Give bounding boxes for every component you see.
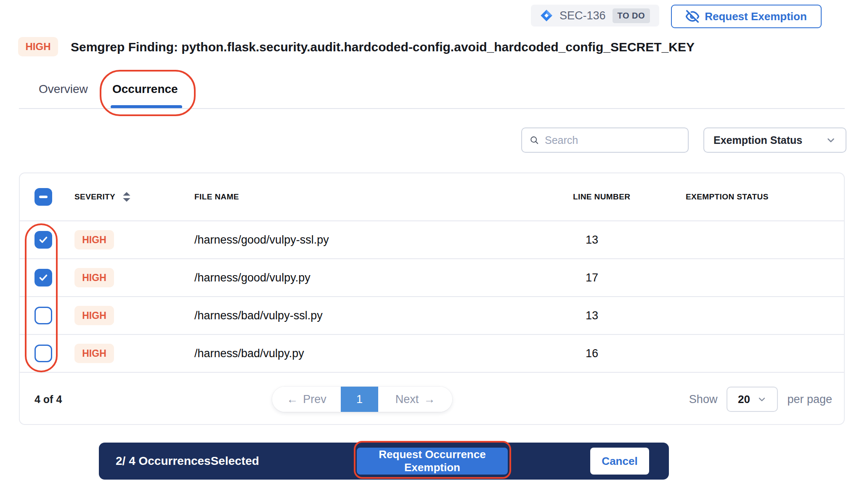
eye-off-icon [686, 10, 699, 23]
request-exemption-label: Request Exemption [705, 10, 807, 23]
row-checkbox[interactable] [34, 307, 52, 324]
jira-status-badge: TO DO [613, 8, 650, 23]
selection-action-bar: 2/ 4 OccurrencesSelected Request Occurre… [99, 443, 669, 480]
column-header-line-number: LINE NUMBER [573, 192, 630, 201]
prev-label: Prev [303, 393, 326, 406]
table-row: HIGH /harness/bad/vulpy.py 16 [20, 334, 844, 372]
row-count-label: 4 of 4 [34, 373, 62, 426]
line-number-cell: 16 [586, 347, 598, 360]
column-header-severity[interactable]: SEVERITY [74, 192, 115, 202]
jira-icon [540, 9, 553, 22]
tab-overview[interactable]: Overview [39, 82, 88, 96]
file-name-cell: /harness/good/vulpy.py [194, 271, 310, 284]
search-input-container[interactable] [521, 127, 689, 153]
severity-badge: HIGH [74, 230, 114, 249]
check-icon [38, 235, 48, 245]
page-size-control: Show 20 per page [689, 387, 832, 412]
row-checkbox[interactable] [34, 345, 52, 362]
jira-ticket-key: SEC-136 [560, 9, 606, 22]
table-row: HIGH /harness/bad/vulpy-ssl.py 13 [20, 296, 844, 334]
severity-badge: HIGH [74, 344, 114, 363]
column-header-exemption-status: EXEMPTION STATUS [686, 192, 769, 201]
indeterminate-minus-icon [39, 196, 48, 198]
severity-badge: HIGH [74, 306, 114, 325]
exemption-status-filter[interactable]: Exemption Status [703, 127, 846, 153]
table-row: HIGH /harness/good/vulpy.py 17 [20, 258, 844, 296]
left-arrow-icon: ← [286, 393, 298, 406]
file-name-cell: /harness/bad/vulpy.py [194, 347, 304, 360]
next-page-button[interactable]: Next → [378, 387, 452, 412]
chevron-down-icon [825, 135, 836, 146]
line-number-cell: 13 [586, 309, 598, 322]
page-size-value: 20 [738, 393, 750, 406]
finding-details-page: SEC-136 TO DO Request Exemption HIGH Sem… [0, 0, 854, 504]
right-arrow-icon: → [424, 393, 435, 406]
check-icon [38, 273, 48, 283]
file-name-cell: /harness/bad/vulpy-ssl.py [194, 309, 323, 322]
table-header-row: SEVERITY FILE NAME LINE NUMBER EXEMPTION… [20, 173, 844, 220]
jira-ticket-badge[interactable]: SEC-136 TO DO [531, 5, 659, 27]
occurrences-table: SEVERITY FILE NAME LINE NUMBER EXEMPTION… [19, 172, 845, 425]
file-name-cell: /harness/good/vulpy-ssl.py [194, 233, 329, 246]
request-exemption-button[interactable]: Request Exemption [671, 5, 822, 28]
severity-badge: HIGH [74, 268, 114, 287]
line-number-cell: 17 [586, 271, 598, 284]
line-number-cell: 13 [586, 233, 598, 246]
page-title: Semgrep Finding: python.flask.security.a… [71, 37, 695, 56]
exemption-status-filter-label: Exemption Status [713, 134, 802, 146]
search-icon [530, 134, 539, 146]
severity-badge: HIGH [18, 37, 58, 56]
cancel-button[interactable]: Cancel [590, 448, 649, 475]
tab-occurrence[interactable]: Occurrence [112, 82, 178, 96]
selection-count-label: 2/ 4 OccurrencesSelected [116, 454, 259, 468]
request-occurrence-exemption-button[interactable]: Request Occurrence Exemption [357, 448, 508, 475]
page-size-select[interactable]: 20 [727, 387, 778, 412]
search-input[interactable] [545, 134, 680, 146]
sort-icon[interactable] [122, 191, 131, 202]
row-checkbox[interactable] [34, 269, 52, 286]
select-all-checkbox[interactable] [34, 188, 52, 206]
prev-page-button[interactable]: ← Prev [272, 387, 341, 412]
chevron-down-icon [757, 394, 767, 404]
per-page-label: per page [787, 393, 832, 406]
table-footer: 4 of 4 ← Prev 1 Next → Show 20 [20, 372, 844, 425]
pagination: ← Prev 1 Next → [272, 387, 452, 412]
table-row: HIGH /harness/good/vulpy-ssl.py 13 [20, 220, 844, 258]
current-page-button[interactable]: 1 [341, 387, 378, 412]
row-checkbox[interactable] [34, 231, 52, 249]
show-label: Show [689, 393, 718, 406]
next-label: Next [395, 393, 419, 406]
column-header-file-name: FILE NAME [194, 192, 239, 201]
tabs-divider [19, 108, 845, 109]
